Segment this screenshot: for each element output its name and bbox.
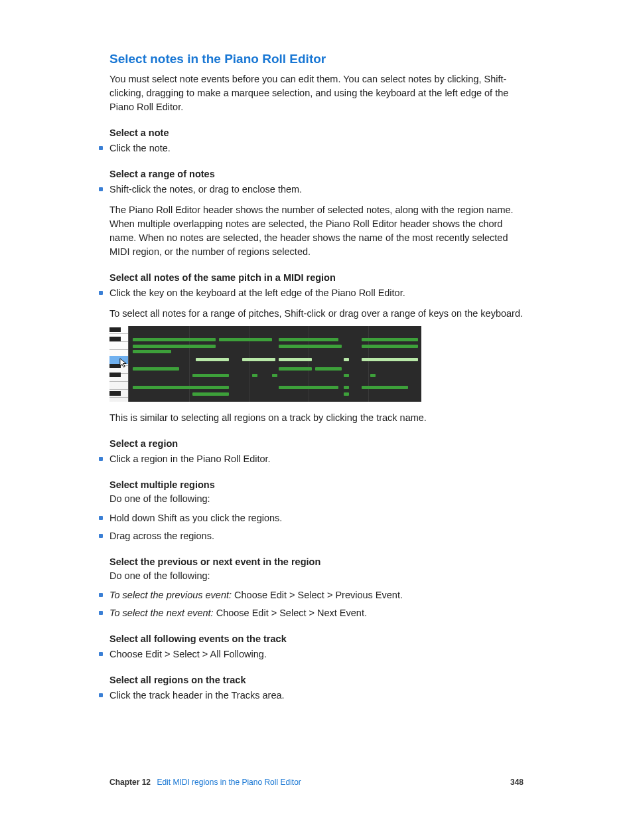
bullet-list: Click the note. <box>109 141 524 155</box>
bullet-list: Choose Edit > Select > All Following. <box>109 647 524 661</box>
heading-select-same-pitch: Select all notes of the same pitch in a … <box>109 271 524 285</box>
body-paragraph: To select all notes for a range of pitch… <box>109 307 524 321</box>
heading-select-multiple: Select multiple regions <box>109 478 524 492</box>
run-in-label: To select the previous event: <box>109 590 232 600</box>
intro-paragraph: You must select note events before you c… <box>109 72 524 114</box>
body-paragraph: The Piano Roll Editor header shows the n… <box>109 203 524 259</box>
list-item: Click the note. <box>109 141 524 155</box>
bullet-list: To select the previous event: Choose Edi… <box>109 588 524 620</box>
subhead-text: Do one of the following: <box>109 569 524 583</box>
list-item: Drag across the regions. <box>109 529 524 543</box>
list-item: Click the track header in the Tracks are… <box>109 689 524 703</box>
document-page: Select notes in the Piano Roll Editor Yo… <box>0 0 633 840</box>
list-item: To select the previous event: Choose Edi… <box>109 588 524 602</box>
list-item-text: Choose Edit > Select > Previous Event. <box>232 590 403 600</box>
section-title: Select notes in the Piano Roll Editor <box>109 50 524 68</box>
chapter-label: Chapter 12 <box>109 778 151 787</box>
list-item: Click a region in the Piano Roll Editor. <box>109 452 524 466</box>
list-item: Click the key on the keyboard at the lef… <box>109 286 524 300</box>
heading-select-all-regions: Select all regions on the track <box>109 673 524 687</box>
chapter-title-link[interactable]: Edit MIDI regions in the Piano Roll Edit… <box>157 778 301 787</box>
list-item: Choose Edit > Select > All Following. <box>109 647 524 661</box>
list-item: Shift-click the notes, or drag to enclos… <box>109 183 524 197</box>
subhead-text: Do one of the following: <box>109 492 524 506</box>
bullet-list: Click the key on the keyboard at the lef… <box>109 286 524 300</box>
heading-select-prev-next: Select the previous or next event in the… <box>109 555 524 569</box>
heading-select-following: Select all following events on the track <box>109 632 524 646</box>
bullet-list: Shift-click the notes, or drag to enclos… <box>109 183 524 197</box>
run-in-label: To select the next event: <box>109 608 214 618</box>
cursor-icon <box>119 358 129 368</box>
page-number: 348 <box>510 777 524 788</box>
list-item-text: Choose Edit > Select > Next Event. <box>214 608 367 618</box>
bullet-list: Click the track header in the Tracks are… <box>109 689 524 703</box>
body-paragraph: This is similar to selecting all regions… <box>109 411 524 425</box>
bullet-list: Hold down Shift as you click the regions… <box>109 511 524 543</box>
heading-select-range: Select a range of notes <box>109 167 524 181</box>
heading-select-note: Select a note <box>109 126 524 140</box>
piano-roll-figure <box>109 326 421 402</box>
page-footer: Chapter 12 Edit MIDI regions in the Pian… <box>109 777 524 788</box>
bullet-list: Click a region in the Piano Roll Editor. <box>109 452 524 466</box>
list-item: To select the next event: Choose Edit > … <box>109 606 524 620</box>
heading-select-region: Select a region <box>109 437 524 451</box>
list-item: Hold down Shift as you click the regions… <box>109 511 524 525</box>
footer-left: Chapter 12 Edit MIDI regions in the Pian… <box>109 777 301 788</box>
